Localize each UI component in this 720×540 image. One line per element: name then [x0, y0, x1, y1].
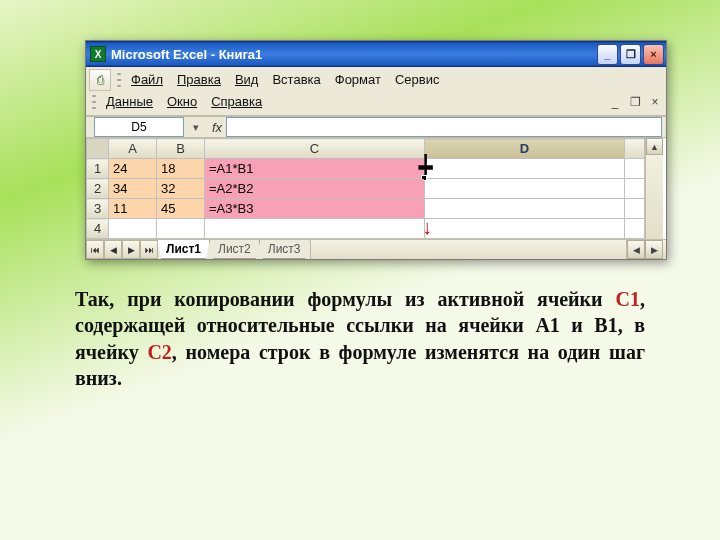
select-all-corner[interactable]	[87, 139, 109, 159]
table-row: 2 34 32 =A2*B2	[87, 179, 645, 199]
menubar: ⎙ Файл Правка Вид Вставка Формат Сервис …	[86, 67, 666, 116]
titlebar: X Microsoft Excel - Книга1 _ ❐ ×	[86, 41, 666, 67]
cell-d4[interactable]	[425, 219, 625, 239]
col-header-b[interactable]: B	[157, 139, 205, 159]
fx-label[interactable]: fx	[212, 120, 222, 135]
menu-window[interactable]: Окно	[160, 91, 204, 113]
toolbar-icon[interactable]: ⎙	[89, 69, 111, 91]
col-header-a[interactable]: A	[109, 139, 157, 159]
cell-b1[interactable]: 18	[157, 159, 205, 179]
menu-format[interactable]: Формат	[328, 69, 388, 91]
sheet-tab-2[interactable]: Лист2	[209, 240, 260, 259]
cell-end	[625, 219, 645, 239]
menu-tools[interactable]: Сервис	[388, 69, 447, 91]
cell-c2[interactable]: =A2*B2	[205, 179, 425, 199]
menu-file[interactable]: Файл	[124, 69, 170, 91]
cell-c3-value: =A3*B3	[209, 201, 253, 216]
col-header-d[interactable]: D	[425, 139, 625, 159]
scroll-up-button[interactable]: ▲	[646, 138, 663, 155]
menu-data[interactable]: Данные	[99, 91, 160, 113]
menu-grip-icon[interactable]	[117, 71, 121, 89]
menu-insert[interactable]: Вставка	[265, 69, 327, 91]
caption-ref-c1: С1	[616, 288, 640, 310]
app-icon: X	[90, 46, 106, 62]
row-header-1[interactable]: 1	[87, 159, 109, 179]
cell-end	[625, 199, 645, 219]
vertical-scrollbar[interactable]: ▲	[645, 138, 663, 239]
scroll-right-button[interactable]: ▶	[645, 240, 663, 259]
excel-window: X Microsoft Excel - Книга1 _ ❐ × ⎙ Файл …	[85, 40, 667, 260]
table-row: 3 11 45 =A3*B3 ↓	[87, 199, 645, 219]
menu-view[interactable]: Вид	[228, 69, 266, 91]
sheet-tab-bar: ⏮ ◀ ▶ ⏭ Лист1 Лист2 Лист3 ◀ ▶	[86, 239, 666, 259]
formula-bar: D5 ▾ fx	[86, 116, 666, 138]
table-row: 4	[87, 219, 645, 239]
col-header-c[interactable]: C	[205, 139, 425, 159]
caption-text: Так, при копировании формулы из активной…	[75, 286, 645, 392]
cell-a3[interactable]: 11	[109, 199, 157, 219]
window-title: Microsoft Excel - Книга1	[111, 47, 595, 62]
cell-end	[625, 159, 645, 179]
mdi-close-button[interactable]: ×	[647, 94, 663, 110]
cell-a2[interactable]: 34	[109, 179, 157, 199]
table-row: 1 24 18 =A1*B1 ┿	[87, 159, 645, 179]
row-header-4[interactable]: 4	[87, 219, 109, 239]
mdi-minimize-button[interactable]: _	[607, 94, 623, 110]
minimize-button[interactable]: _	[597, 44, 618, 65]
sheet-nav-first[interactable]: ⏮	[86, 240, 104, 259]
sheet-tab-3[interactable]: Лист3	[259, 240, 310, 259]
name-box[interactable]: D5	[94, 117, 184, 137]
scroll-track[interactable]	[646, 155, 663, 239]
menu-edit[interactable]: Правка	[170, 69, 228, 91]
cell-a4[interactable]	[109, 219, 157, 239]
menu-grip-icon[interactable]	[92, 93, 96, 111]
cell-c3[interactable]: =A3*B3 ↓	[205, 199, 425, 219]
sheet-tab-1[interactable]: Лист1	[157, 240, 210, 259]
formula-input[interactable]	[226, 117, 662, 137]
close-button[interactable]: ×	[643, 44, 664, 65]
namebox-dropdown-icon[interactable]: ▾	[187, 118, 205, 136]
col-header-end	[625, 139, 645, 159]
sheet-nav-last[interactable]: ⏭	[140, 240, 158, 259]
maximize-button[interactable]: ❐	[620, 44, 641, 65]
cell-end	[625, 179, 645, 199]
row-header-2[interactable]: 2	[87, 179, 109, 199]
cell-d3[interactable]	[425, 199, 625, 219]
cell-c1[interactable]: =A1*B1 ┿	[205, 159, 425, 179]
menu-help[interactable]: Справка	[204, 91, 269, 113]
cell-d1[interactable]	[425, 159, 625, 179]
caption-ref-c2: С2	[147, 341, 171, 363]
cell-c1-value: =A1*B1	[209, 161, 253, 176]
hscroll-track[interactable]	[310, 240, 626, 259]
cell-b3[interactable]: 45	[157, 199, 205, 219]
row-header-3[interactable]: 3	[87, 199, 109, 219]
spreadsheet-grid[interactable]: A B C D 1 24 18 =A1*B1 ┿	[86, 138, 645, 239]
sheet-nav-prev[interactable]: ◀	[104, 240, 122, 259]
scroll-left-button[interactable]: ◀	[627, 240, 645, 259]
cell-d2[interactable]	[425, 179, 625, 199]
cell-c4[interactable]	[205, 219, 425, 239]
cell-b2[interactable]: 32	[157, 179, 205, 199]
sheet-nav-next[interactable]: ▶	[122, 240, 140, 259]
cell-b4[interactable]	[157, 219, 205, 239]
grid-area: A B C D 1 24 18 =A1*B1 ┿	[86, 138, 666, 239]
cell-a1[interactable]: 24	[109, 159, 157, 179]
mdi-restore-button[interactable]: ❐	[627, 94, 643, 110]
